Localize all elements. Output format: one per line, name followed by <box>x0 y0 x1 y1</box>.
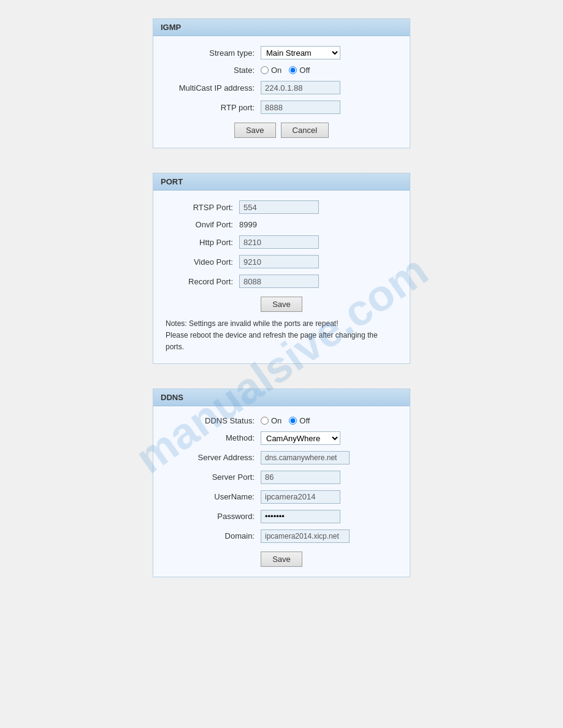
password-value-container <box>261 510 397 523</box>
ddns-status-radio-group: On Off <box>261 416 397 425</box>
ddns-body: DDNS Status: On Off Method: CamAn <box>153 406 410 577</box>
method-label: Method: <box>166 433 261 442</box>
http-label: Http Port: <box>166 238 239 247</box>
record-input[interactable] <box>239 275 319 288</box>
method-value-container: CamAnyWhere DynDNS No-IP <box>261 431 397 445</box>
notes-line2: Please reboot the device and refresh the… <box>166 330 397 353</box>
http-input[interactable] <box>239 235 319 249</box>
video-input[interactable] <box>239 255 319 268</box>
ddns-buttons: Save <box>166 552 397 567</box>
record-label: Record Port: <box>166 277 239 286</box>
state-off-radio[interactable] <box>289 66 297 74</box>
ddns-off-label[interactable]: Off <box>289 416 310 425</box>
ddns-panel: DDNS DDNS Status: On Off Method: <box>153 389 410 577</box>
password-row: Password: <box>166 510 397 523</box>
method-row: Method: CamAnyWhere DynDNS No-IP <box>166 431 397 445</box>
state-label: State: <box>166 66 261 75</box>
record-row: Record Port: <box>166 275 397 288</box>
ddns-title: DDNS <box>153 389 410 406</box>
rtsp-value-container <box>239 200 397 214</box>
multicast-row: MultiCast IP address: <box>166 81 397 94</box>
domain-input[interactable] <box>261 529 350 543</box>
rtsp-row: RTSP Port: <box>166 200 397 214</box>
ddns-off-radio[interactable] <box>289 417 297 425</box>
ddns-on-text: On <box>271 416 282 425</box>
ddns-save-button[interactable]: Save <box>261 552 302 567</box>
server-port-row: Server Port: <box>166 471 397 484</box>
domain-label: Domain: <box>166 531 261 540</box>
video-row: Video Port: <box>166 255 397 268</box>
port-buttons: Save <box>166 297 397 312</box>
igmp-buttons: Save Cancel <box>166 123 397 138</box>
port-notes: Notes: Settings are invalid while the po… <box>166 318 397 354</box>
notes-line1: Notes: Settings are invalid while the po… <box>166 318 397 330</box>
server-address-value-container <box>261 451 397 464</box>
http-row: Http Port: <box>166 235 397 249</box>
igmp-body: Stream type: Main Stream Sub Stream Stat… <box>153 36 410 148</box>
method-select[interactable]: CamAnyWhere DynDNS No-IP <box>261 431 340 445</box>
rtp-port-row: RTP port: <box>166 100 397 114</box>
rtsp-input[interactable] <box>239 200 319 214</box>
port-title: PORT <box>153 173 410 191</box>
state-off-label[interactable]: Off <box>289 66 310 75</box>
onvif-label: Onvif Port: <box>166 220 239 229</box>
igmp-title: IGMP <box>153 19 410 36</box>
ddns-on-label[interactable]: On <box>261 416 282 425</box>
username-label: UserName: <box>166 492 261 501</box>
rtp-port-input[interactable] <box>261 100 340 114</box>
ddns-on-radio[interactable] <box>261 417 269 425</box>
port-body: RTSP Port: Onvif Port: 8999 Http Port: V… <box>153 191 410 363</box>
port-panel: PORT RTSP Port: Onvif Port: 8999 Http Po… <box>153 173 410 364</box>
rtsp-label: RTSP Port: <box>166 203 239 212</box>
record-value-container <box>239 275 397 288</box>
stream-type-value: Main Stream Sub Stream <box>261 46 397 59</box>
http-value-container <box>239 235 397 249</box>
server-port-label: Server Port: <box>166 472 261 482</box>
ddns-status-row: DDNS Status: On Off <box>166 416 397 425</box>
onvif-value-container: 8999 <box>239 220 397 229</box>
stream-type-select[interactable]: Main Stream Sub Stream <box>261 46 340 59</box>
rtp-port-value-container <box>261 100 397 114</box>
stream-type-row: Stream type: Main Stream Sub Stream <box>166 46 397 59</box>
username-value-container <box>261 490 397 504</box>
video-label: Video Port: <box>166 257 239 267</box>
video-value-container <box>239 255 397 268</box>
server-address-label: Server Address: <box>166 453 261 462</box>
state-radio-group: On Off <box>261 66 397 75</box>
onvif-row: Onvif Port: 8999 <box>166 220 397 229</box>
username-row: UserName: <box>166 490 397 504</box>
state-on-text: On <box>271 66 282 75</box>
state-on-label[interactable]: On <box>261 66 282 75</box>
server-address-input[interactable] <box>261 451 350 464</box>
port-save-button[interactable]: Save <box>261 297 302 312</box>
password-input[interactable] <box>261 510 340 523</box>
state-off-text: Off <box>299 66 310 75</box>
multicast-value-container <box>261 81 397 94</box>
server-address-row: Server Address: <box>166 451 397 464</box>
server-port-value-container <box>261 471 397 484</box>
state-on-radio[interactable] <box>261 66 269 74</box>
multicast-input[interactable] <box>261 81 340 94</box>
multicast-label: MultiCast IP address: <box>166 83 261 93</box>
domain-row: Domain: <box>166 529 397 543</box>
igmp-panel: IGMP Stream type: Main Stream Sub Stream… <box>153 18 410 148</box>
password-label: Password: <box>166 512 261 521</box>
rtp-port-label: RTP port: <box>166 103 261 112</box>
igmp-save-button[interactable]: Save <box>234 123 276 138</box>
ddns-off-text: Off <box>299 416 310 425</box>
stream-type-label: Stream type: <box>166 48 261 58</box>
username-input[interactable] <box>261 490 340 504</box>
ddns-status-label: DDNS Status: <box>166 416 261 425</box>
server-port-input[interactable] <box>261 471 340 484</box>
domain-value-container <box>261 529 397 543</box>
state-row: State: On Off <box>166 66 397 75</box>
igmp-cancel-button[interactable]: Cancel <box>281 123 329 138</box>
onvif-value-text: 8999 <box>239 220 257 229</box>
